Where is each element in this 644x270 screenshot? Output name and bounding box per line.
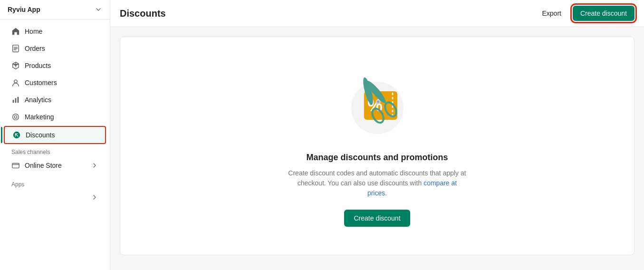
create-discount-button-center[interactable]: Create discount (344, 210, 410, 227)
sidebar-item-products-label: Products (25, 62, 51, 69)
customers-icon (11, 78, 20, 87)
orders-icon (11, 44, 20, 53)
svg-rect-2 (13, 100, 14, 103)
sidebar-item-apps[interactable] (4, 190, 106, 205)
empty-state: % (278, 46, 477, 246)
app-name: Ryviu App (8, 6, 40, 13)
svg-point-5 (13, 114, 19, 120)
sidebar-item-customers[interactable]: Customers (4, 75, 106, 91)
sidebar: Ryviu App Home Orders Products (0, 0, 110, 270)
topbar: Discounts Export Create discount (110, 0, 644, 27)
chevron-right-icon2 (91, 162, 98, 169)
svg-rect-4 (18, 97, 19, 103)
sales-channels-left: Online Store (11, 161, 62, 170)
sidebar-item-sales-channels[interactable]: Online Store (4, 157, 106, 174)
empty-state-title: Manage discounts and promotions (306, 153, 448, 163)
sidebar-item-marketing-label: Marketing (25, 113, 54, 121)
sidebar-item-discounts-label: Discounts (26, 131, 55, 139)
create-discount-button-top[interactable]: Create discount (573, 6, 634, 21)
app-selector[interactable]: Ryviu App (0, 0, 110, 19)
sidebar-item-products[interactable]: Products (4, 58, 106, 74)
sidebar-item-customers-label: Customers (25, 79, 57, 87)
online-store-icon2 (11, 161, 20, 170)
export-button[interactable]: Export (536, 7, 567, 20)
chevron-down-icon (95, 6, 102, 13)
sales-channels-label: Sales channels (0, 145, 110, 157)
svg-point-6 (14, 116, 17, 118)
topbar-actions: Export Create discount (536, 6, 634, 21)
svg-point-1 (14, 80, 17, 83)
sidebar-item-orders-label: Orders (25, 45, 45, 52)
empty-state-description: Create discount codes and automatic disc… (287, 168, 468, 198)
sidebar-item-marketing[interactable]: Marketing (4, 109, 106, 125)
empty-state-desc-part2: . (385, 189, 387, 197)
marketing-icon (11, 113, 20, 121)
page-title: Discounts (120, 8, 166, 19)
svg-rect-3 (15, 98, 17, 103)
content-area: % (110, 27, 644, 270)
main-nav: Home Orders Products Customers (0, 19, 110, 210)
products-icon (11, 61, 20, 70)
sidebar-item-orders[interactable]: Orders (4, 40, 106, 57)
sidebar-item-discounts[interactable]: Discounts (4, 126, 106, 144)
sidebar-item-analytics[interactable]: Analytics (4, 92, 106, 108)
analytics-icon (11, 96, 20, 104)
sidebar-item-analytics-label: Analytics (25, 96, 51, 104)
apps-label: Apps (0, 177, 110, 190)
discounts-icon (12, 131, 21, 139)
sidebar-item-home-label: Home (25, 28, 42, 35)
svg-rect-8 (12, 164, 19, 168)
main-content: Discounts Export Create discount (110, 0, 644, 270)
home-icon (11, 27, 20, 36)
sidebar-item-home[interactable]: Home (4, 23, 106, 39)
discounts-illustration: % (339, 65, 415, 141)
chevron-right-icon (91, 193, 98, 201)
discounts-card: % (120, 37, 634, 255)
